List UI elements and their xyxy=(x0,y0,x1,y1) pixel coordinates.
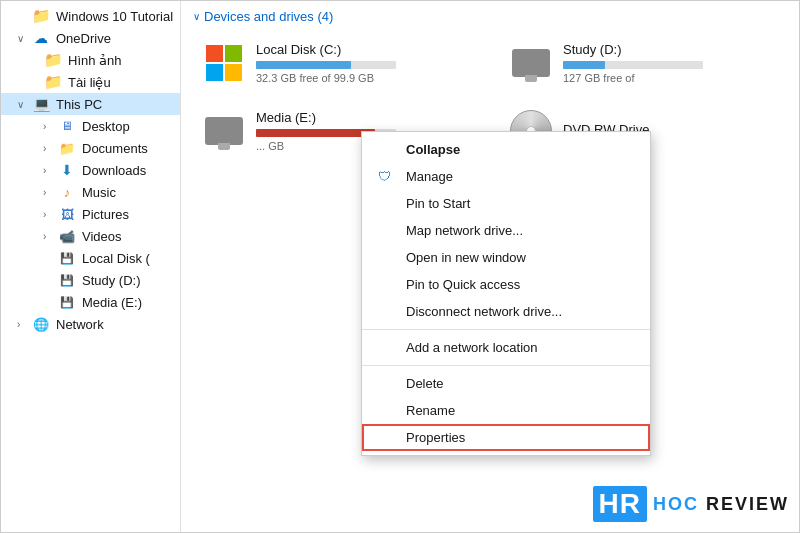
separator-2 xyxy=(362,365,650,366)
sidebar-item-label: Documents xyxy=(82,141,148,156)
sidebar-item-tai-lieu[interactable]: 📁 Tài liệu xyxy=(1,71,180,93)
sidebar-item-label: This PC xyxy=(56,97,102,112)
usb-drive-icon-2 xyxy=(202,109,246,153)
ctx-open-new-window[interactable]: Open in new window xyxy=(362,244,650,271)
separator-1 xyxy=(362,329,650,330)
desktop-icon: 🖥 xyxy=(57,118,77,134)
ctx-map-network[interactable]: Map network drive... xyxy=(362,217,650,244)
drive-study-d[interactable]: Study (D:) 127 GB free of xyxy=(500,34,787,92)
drive-name: Local Disk (C:) xyxy=(256,42,471,57)
drive-info: Study (D:) 127 GB free of xyxy=(563,42,778,84)
arrow-icon: › xyxy=(17,319,31,330)
sidebar-item-label: Study (D:) xyxy=(82,273,141,288)
watermark: HR HOC REVIEW xyxy=(593,486,789,522)
sidebar-item-label: OneDrive xyxy=(56,31,111,46)
drive-bar-fill xyxy=(563,61,605,69)
arrow-icon: › xyxy=(43,121,57,132)
pictures-icon: 🖼 xyxy=(57,206,77,222)
ctx-disconnect[interactable]: Disconnect network drive... xyxy=(362,298,650,325)
ctx-label: Properties xyxy=(406,430,465,445)
sidebar-item-label: Hình ảnh xyxy=(68,53,122,68)
ctx-manage[interactable]: 🛡 Manage xyxy=(362,163,650,190)
context-menu: Collapse 🛡 Manage Pin to Start Map netwo… xyxy=(361,131,651,456)
drive-bar-bg xyxy=(256,61,396,69)
ctx-rename[interactable]: Rename xyxy=(362,397,650,424)
sidebar-item-pictures[interactable]: › 🖼 Pictures xyxy=(1,203,180,225)
drive-name: Study (D:) xyxy=(563,42,778,57)
sidebar-item-label: Videos xyxy=(82,229,122,244)
devices-section-header: ∨ Devices and drives (4) xyxy=(193,9,787,24)
ctx-properties[interactable]: Properties xyxy=(362,424,650,451)
ctx-label: Collapse xyxy=(406,142,460,157)
sidebar-item-videos[interactable]: › 📹 Videos xyxy=(1,225,180,247)
arrow-icon: › xyxy=(43,231,57,242)
ctx-label: Delete xyxy=(406,376,444,391)
ctx-label: Disconnect network drive... xyxy=(406,304,562,319)
ctx-pin-to-start[interactable]: Pin to Start xyxy=(362,190,650,217)
sidebar-item-label: Desktop xyxy=(82,119,130,134)
drive-name: Media (E:) xyxy=(256,110,471,125)
sidebar-item-label: Tài liệu xyxy=(68,75,111,90)
ctx-delete[interactable]: Delete xyxy=(362,370,650,397)
sidebar-item-onedrive[interactable]: ∨ ☁ OneDrive xyxy=(1,27,180,49)
sidebar-item-windows-tutorial[interactable]: 📁 Windows 10 Tutorial xyxy=(1,5,180,27)
sidebar-item-label: Pictures xyxy=(82,207,129,222)
windows-drive-icon xyxy=(202,41,246,85)
arrow-icon: ∨ xyxy=(17,33,31,44)
drive-info: Local Disk (C:) 32.3 GB free of 99.9 GB xyxy=(256,42,471,84)
arrow-icon: › xyxy=(43,165,57,176)
arrow-icon: › xyxy=(43,187,57,198)
sidebar-item-label: Local Disk ( xyxy=(82,251,150,266)
usb-drive-icon xyxy=(509,41,553,85)
sidebar-item-music[interactable]: › ♪ Music xyxy=(1,181,180,203)
sidebar-item-desktop[interactable]: › 🖥 Desktop xyxy=(1,115,180,137)
arrow-icon: › xyxy=(43,209,57,220)
downloads-icon: ⬇ xyxy=(57,162,77,178)
ctx-label: Pin to Quick access xyxy=(406,277,520,292)
videos-icon: 📹 xyxy=(57,228,77,244)
drive-bar-bg xyxy=(563,61,703,69)
chevron-icon: ∨ xyxy=(193,11,200,22)
drive-size: 32.3 GB free of 99.9 GB xyxy=(256,72,471,84)
sidebar-item-downloads[interactable]: › ⬇ Downloads xyxy=(1,159,180,181)
ctx-pin-quick-access[interactable]: Pin to Quick access xyxy=(362,271,650,298)
sidebar-item-study-d[interactable]: 💾 Study (D:) xyxy=(1,269,180,291)
sidebar-item-media-e[interactable]: 💾 Media (E:) xyxy=(1,291,180,313)
sidebar-item-label: Network xyxy=(56,317,104,332)
drive-bar-fill xyxy=(256,129,375,137)
sidebar-item-hinh-anh[interactable]: 📁 Hình ảnh xyxy=(1,49,180,71)
manage-icon: 🛡 xyxy=(378,169,398,184)
arrow-icon: ∨ xyxy=(17,99,31,110)
sidebar-item-label: Music xyxy=(82,185,116,200)
disk-icon: 💾 xyxy=(57,294,77,310)
sidebar-item-label: Downloads xyxy=(82,163,146,178)
documents-icon: 📁 xyxy=(57,140,77,156)
ctx-label: Add a network location xyxy=(406,340,538,355)
disk-icon: 💾 xyxy=(57,272,77,288)
drive-local-c[interactable]: Local Disk (C:) 32.3 GB free of 99.9 GB xyxy=(193,34,480,92)
sidebar-item-network[interactable]: › 🌐 Network xyxy=(1,313,180,335)
folder-icon: 📁 xyxy=(43,74,63,90)
folder-icon: 📁 xyxy=(31,8,51,24)
ctx-label: Rename xyxy=(406,403,455,418)
sidebar-item-label: Windows 10 Tutorial xyxy=(56,9,173,24)
music-icon: ♪ xyxy=(57,184,77,200)
disk-icon: 💾 xyxy=(57,250,77,266)
ctx-label: Open in new window xyxy=(406,250,526,265)
onedrive-icon: ☁ xyxy=(31,30,51,46)
drive-bar-fill xyxy=(256,61,351,69)
sidebar-item-this-pc[interactable]: ∨ 💻 This PC xyxy=(1,93,180,115)
ctx-label: Pin to Start xyxy=(406,196,470,211)
ctx-collapse[interactable]: Collapse xyxy=(362,136,650,163)
ctx-add-network[interactable]: Add a network location xyxy=(362,334,650,361)
network-icon: 🌐 xyxy=(31,316,51,332)
main-content: ∨ Devices and drives (4) Local Disk (C:) xyxy=(181,1,799,532)
section-title: Devices and drives (4) xyxy=(204,9,333,24)
ctx-label: Map network drive... xyxy=(406,223,523,238)
sidebar: 📁 Windows 10 Tutorial ∨ ☁ OneDrive 📁 Hìn… xyxy=(1,1,181,532)
sidebar-item-label: Media (E:) xyxy=(82,295,142,310)
drive-size: 127 GB free of xyxy=(563,72,778,84)
thispc-icon: 💻 xyxy=(31,96,51,112)
sidebar-item-local-disk-c[interactable]: 💾 Local Disk ( xyxy=(1,247,180,269)
sidebar-item-documents[interactable]: › 📁 Documents xyxy=(1,137,180,159)
